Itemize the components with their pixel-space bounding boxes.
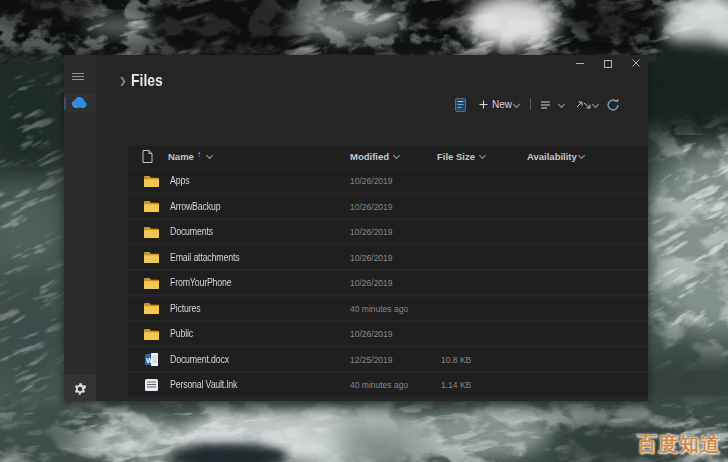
svg-text:W: W <box>146 357 153 364</box>
